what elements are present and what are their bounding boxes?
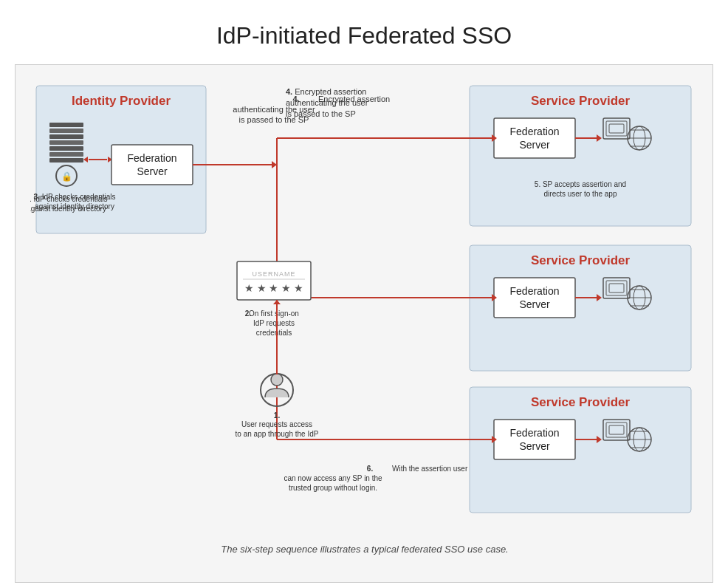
step6-bold: 6. — [367, 465, 374, 473]
svg-text:3. IdP checks credentials: 3. IdP checks credentials — [34, 193, 116, 201]
step1-text2: to an app through the IdP — [236, 430, 319, 438]
step6-text1: With the assertion user — [392, 465, 468, 473]
svg-rect-1 — [49, 123, 83, 127]
step5-label2: directs user to the app — [544, 190, 617, 198]
svg-rect-32 — [494, 278, 575, 318]
sp1-fed-server2: Server — [519, 139, 550, 151]
svg-rect-18 — [494, 118, 575, 158]
idp-federation-server-label2: Server — [137, 165, 168, 177]
svg-rect-2 — [49, 129, 83, 133]
step6-text2: can now access any SP in the — [284, 474, 382, 482]
sp1-fed-server1: Federation — [510, 126, 560, 137]
svg-rect-6 — [49, 152, 83, 157]
page-container: IdP-initiated Federated SSO Identity Pro… — [15, 15, 713, 583]
svg-text:is passed to the SP: is passed to the SP — [286, 109, 356, 118]
sp3-title: Service Provider — [531, 395, 631, 409]
step1-text1: User requests access — [241, 420, 312, 428]
svg-text:against identity directory: against identity directory — [35, 202, 114, 211]
step2-text2: IdP requests — [253, 319, 295, 327]
step1-bold: 1. — [274, 411, 281, 420]
svg-rect-5 — [49, 146, 83, 151]
sp3-fed-server1: Federation — [510, 427, 560, 439]
sp3-fed-server2: Server — [519, 440, 550, 452]
page-title: IdP-initiated Federated SSO — [15, 15, 713, 49]
step6-text3: trusted group without login. — [289, 484, 377, 492]
sp2-fed-server2: Server — [519, 298, 550, 310]
step2-text3: credentials — [256, 329, 292, 337]
caption: The six-step sequence illustrates a typi… — [221, 544, 508, 555]
svg-text:authenticating the user: authenticating the user — [286, 98, 368, 107]
svg-marker-66 — [273, 300, 281, 304]
svg-text:🔒: 🔒 — [61, 171, 72, 182]
svg-rect-13 — [111, 145, 193, 185]
sp2-title: Service Provider — [531, 253, 631, 267]
sp2-fed-server1: Federation — [510, 285, 560, 297]
password-dots: ★ ★ ★ ★ ★ — [244, 282, 304, 294]
idp-title: Identity Provider — [72, 94, 171, 108]
svg-rect-60 — [237, 261, 311, 300]
idp-federation-server-label1: Federation — [128, 152, 177, 164]
sp1-title: Service Provider — [531, 94, 631, 108]
svg-marker-16 — [272, 161, 277, 168]
svg-text:4. Encrypted assertion: 4. Encrypted assertion — [286, 87, 366, 96]
svg-rect-3 — [49, 134, 83, 139]
step2-text1: On first sign-on — [249, 309, 299, 318]
svg-rect-44 — [494, 420, 575, 459]
step5-label1: 5. SP accepts assertion and — [535, 180, 626, 188]
username-label: USERNAME — [252, 270, 295, 278]
svg-rect-7 — [49, 158, 83, 162]
diagram-svg: Identity Provider 🔒 Federation Server 3.… — [30, 80, 699, 567]
svg-point-64 — [271, 374, 283, 386]
diagram-outer: Identity Provider 🔒 Federation Server 3.… — [15, 64, 713, 583]
svg-rect-4 — [49, 140, 83, 145]
